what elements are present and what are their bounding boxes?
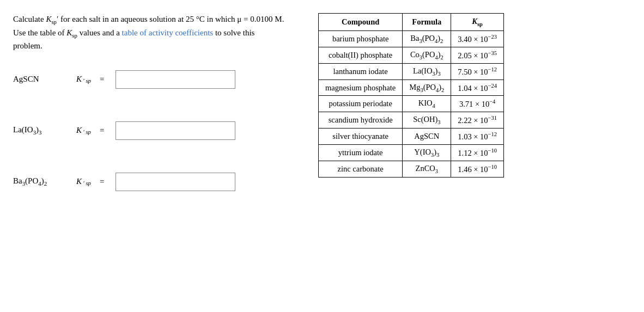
equals-ba3po4: = [100,177,104,186]
formula-cell: Y(IO3)3 [403,145,451,161]
prime-symbol-ba3po4: ′ [83,180,84,186]
col-header-ksp: Ksp [451,14,504,31]
formula-cell: Ba3(PO4)2 [403,30,451,47]
compound-label-laio3: La(IO3)3 [13,125,68,136]
formula-cell: KIO4 [403,96,451,112]
answer-row-ba3po4: Ba3(PO4)2 K′sp = [13,173,296,191]
compound-cell: zinc carbonate [319,161,403,177]
col-header-compound: Compound [319,14,403,31]
compound-cell: silver thiocyanate [319,129,403,145]
prime-symbol-agscn: ′ [83,77,84,84]
compound-label-ba3po4: Ba3(PO4)2 [13,176,68,187]
ksp-label-laio3: K′sp [76,126,91,135]
ksp-symbol-2: K [66,28,72,37]
compound-cell: magnesium phosphate [319,79,403,96]
equals-laio3: = [100,126,104,135]
table-row: scandium hydroxide Sc(OH)3 2.22 × 10−31 [319,112,504,129]
answer-row-laio3: La(IO3)3 K′sp = [13,121,296,140]
ksp-symbol-1: K [46,15,51,23]
equals-agscn: = [100,75,104,84]
answer-input-laio3[interactable] [116,121,235,140]
formula-cell: Sc(OH)3 [403,112,451,129]
ksp-cell: 1.04 × 10−24 [451,79,504,96]
table-header-row: Compound Formula Ksp [319,14,504,31]
compound-cell: barium phosphate [319,30,403,47]
formula-cell: La(IO3)3 [403,63,451,79]
compound-cell: scandium hydroxide [319,112,403,129]
ksp-cell: 7.50 × 10−12 [451,63,504,79]
col-header-formula: Formula [403,14,451,31]
table-row: magnesium phosphate Mg3(PO4)2 1.04 × 10−… [319,79,504,96]
answer-row-agscn: AgSCN K′sp = [13,70,296,89]
ksp-sub-2: sp [72,32,77,39]
prime-symbol-laio3: ′ [83,129,84,135]
table-row: barium phosphate Ba3(PO4)2 3.40 × 10−23 [319,30,504,47]
table-row: cobalt(II) phosphate Co3(PO4)2 2.05 × 10… [319,47,504,63]
table-row: yttrium iodate Y(IO3)3 1.12 × 10−10 [319,145,504,161]
activity-coefficients-link[interactable]: table of activity coefficients [122,28,214,37]
formula-cell: Mg3(PO4)2 [403,79,451,96]
ksp-cell: 1.12 × 10−10 [451,145,504,161]
right-panel: Compound Formula Ksp barium phosphate Ba… [318,11,631,178]
compound-cell: yttrium iodate [319,145,403,161]
left-panel: Calculate Ksp′ for each salt in an aqueo… [13,11,296,224]
ksp-cell: 3.71 × 10−4 [451,96,504,112]
table-row: potassium periodate KIO4 3.71 × 10−4 [319,96,504,112]
formula-cell: AgSCN [403,129,451,145]
formula-cell: Co3(PO4)2 [403,47,451,63]
table-row: zinc carbonate ZnCO3 1.46 × 10−10 [319,161,504,177]
table-row: silver thiocyanate AgSCN 1.03 × 10−12 [319,129,504,145]
ksp-table: Compound Formula Ksp barium phosphate Ba… [318,13,504,178]
table-row: lanthanum iodate La(IO3)3 7.50 × 10−12 [319,63,504,79]
ksp-sub-1: sp [51,19,57,25]
problem-description: Calculate Ksp′ for each salt in an aqueo… [13,13,285,53]
ksp-cell: 2.22 × 10−31 [451,112,504,129]
compound-label-agscn: AgSCN [13,75,68,84]
ksp-cell: 2.05 × 10−35 [451,47,504,63]
ksp-cell: 1.03 × 10−12 [451,129,504,145]
answer-input-ba3po4[interactable] [116,173,235,191]
answer-input-agscn[interactable] [116,70,235,89]
ksp-cell: 3.40 × 10−23 [451,30,504,47]
ksp-label-ba3po4: K′sp [76,177,91,186]
compound-cell: cobalt(II) phosphate [319,47,403,63]
ksp-label-agscn: K′sp [76,75,91,84]
formula-cell: ZnCO3 [403,161,451,177]
compound-cell: potassium periodate [319,96,403,112]
compound-cell: lanthanum iodate [319,63,403,79]
ksp-cell: 1.46 × 10−10 [451,161,504,177]
